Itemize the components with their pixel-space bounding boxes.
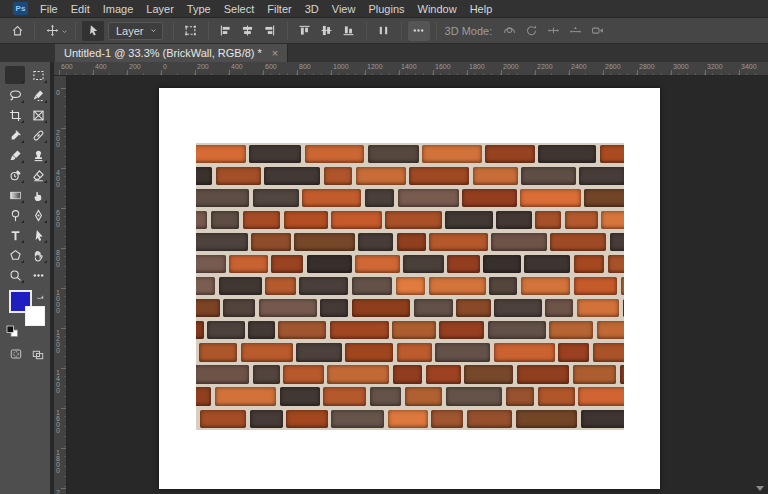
brick: [456, 299, 491, 317]
rectangular-marquee-tool[interactable]: [28, 66, 48, 84]
ruler-tick: [467, 70, 468, 75]
menu-item-view[interactable]: View: [328, 0, 360, 18]
brick: [196, 365, 249, 383]
horizontal-ruler[interactable]: 6004002000200400600800100012001400160018…: [54, 62, 768, 76]
menu-item-image[interactable]: Image: [99, 0, 138, 18]
scroll-corner-icon[interactable]: [756, 486, 764, 491]
path-selection-tool[interactable]: [28, 226, 48, 244]
brick: [330, 321, 389, 339]
swap-colors-icon[interactable]: [35, 287, 46, 305]
brick: [610, 233, 624, 251]
crop-tool[interactable]: [5, 106, 25, 124]
document-tab[interactable]: Untitled-1 @ 33.3% (BrickWall, RGB/8) * …: [55, 44, 288, 62]
eyedropper-tool[interactable]: [5, 126, 25, 144]
move-tool[interactable]: [5, 66, 25, 84]
menu-item-3d[interactable]: 3D: [301, 0, 323, 18]
brick: [241, 343, 293, 361]
ruler-tick: [365, 70, 366, 75]
brick: [196, 145, 246, 163]
brick: [620, 365, 624, 383]
brick: [409, 167, 469, 185]
pen-tool[interactable]: [28, 206, 48, 224]
brick: [573, 365, 617, 383]
edit-toolbar[interactable]: [28, 266, 48, 284]
hand-tool[interactable]: [28, 246, 48, 264]
align-horizontal-centers-icon[interactable]: [237, 21, 259, 41]
ruler-number: 1000: [333, 63, 349, 70]
brick: [608, 255, 624, 273]
history-brush-tool[interactable]: [5, 166, 25, 184]
shape-tool[interactable]: [5, 246, 25, 264]
orbit-3d-camera-icon[interactable]: [498, 21, 520, 41]
brick: [397, 343, 432, 361]
slide-3d-camera-icon[interactable]: [564, 21, 586, 41]
brick: [517, 365, 570, 383]
auto-select-icon[interactable]: [82, 21, 104, 41]
brick: [621, 277, 624, 295]
align-left-edges-icon[interactable]: [215, 21, 237, 41]
more-align-options-icon[interactable]: [408, 21, 430, 41]
eraser-tool[interactable]: [28, 166, 48, 184]
dodge-tool[interactable]: [5, 206, 25, 224]
canvas-page[interactable]: [159, 88, 660, 489]
clone-stamp-tool[interactable]: [28, 146, 48, 164]
zoom-tool[interactable]: [5, 266, 25, 284]
show-transform-controls-icon[interactable]: [180, 21, 202, 41]
align-top-edges-icon[interactable]: [294, 21, 316, 41]
menu-item-help[interactable]: Help: [466, 0, 497, 18]
home-icon[interactable]: [6, 21, 28, 41]
ruler-tick: [127, 70, 128, 75]
ruler-number: 1 0 0 0: [56, 290, 60, 314]
menu-item-type[interactable]: Type: [183, 0, 215, 18]
menu-item-select[interactable]: Select: [220, 0, 259, 18]
ruler-number: 200: [129, 63, 141, 70]
brick: [196, 277, 215, 295]
ruler-number: 2800: [639, 63, 655, 70]
roll-3d-camera-icon[interactable]: [520, 21, 542, 41]
brick: [464, 365, 513, 383]
vertical-ruler[interactable]: 02 0 04 0 06 0 08 0 01 0 0 01 2 0 01 4 0…: [54, 76, 67, 494]
ruler-tick: [569, 70, 570, 75]
align-vertical-centers-icon[interactable]: [316, 21, 338, 41]
default-colors-icon[interactable]: [6, 324, 19, 342]
auto-select-target-dropdown-value: Layer: [116, 25, 144, 37]
menu-item-window[interactable]: Window: [414, 0, 461, 18]
brick: [538, 145, 596, 163]
brick: [358, 233, 393, 251]
quick-mask-icon[interactable]: [6, 346, 26, 361]
spot-healing-brush-tool[interactable]: [28, 126, 48, 144]
auto-select-target-dropdown[interactable]: Layer: [108, 22, 163, 40]
type-tool[interactable]: [5, 226, 25, 244]
options-divider: [208, 22, 209, 40]
distribute-icon[interactable]: [373, 21, 395, 41]
ruler-tick: [501, 70, 502, 75]
menu-item-plugins[interactable]: Plugins: [364, 0, 408, 18]
drag-3d-camera-icon[interactable]: [542, 21, 564, 41]
chevron-down-icon[interactable]: [60, 22, 69, 40]
menu-item-edit[interactable]: Edit: [67, 0, 94, 18]
background-color-swatch[interactable]: [25, 306, 45, 326]
menu-item-layer[interactable]: Layer: [142, 0, 178, 18]
menu-item-filter[interactable]: Filter: [263, 0, 295, 18]
ruler-tick: [195, 70, 196, 75]
close-tab-icon[interactable]: ×: [272, 47, 278, 59]
align-right-edges-icon[interactable]: [259, 21, 281, 41]
lasso-tool[interactable]: [5, 86, 25, 104]
brick: [558, 343, 589, 361]
smudge-tool[interactable]: [28, 186, 48, 204]
brush-tool[interactable]: [5, 146, 25, 164]
dolly-3d-camera-icon[interactable]: [586, 21, 608, 41]
screen-mode-icon[interactable]: [28, 346, 48, 361]
options-divider: [401, 22, 402, 40]
object-selection-tool[interactable]: [28, 86, 48, 104]
menu-items: FileEditImageLayerTypeSelectFilter3DView…: [36, 0, 501, 18]
frame-tool[interactable]: [28, 106, 48, 124]
brick: [331, 211, 382, 229]
document-tab-bar: Untitled-1 @ 33.3% (BrickWall, RGB/8) * …: [0, 44, 768, 62]
ruler-tick: [61, 448, 66, 449]
brick: [229, 255, 268, 273]
align-bottom-edges-icon[interactable]: [338, 21, 360, 41]
gradient-tool[interactable]: [5, 186, 25, 204]
menu-item-file[interactable]: File: [36, 0, 62, 18]
ruler-tick: [61, 288, 66, 289]
